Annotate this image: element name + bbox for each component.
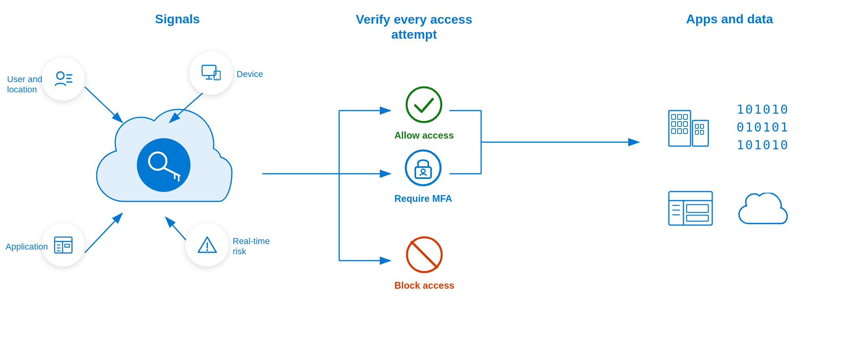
block-access-label: Block access	[394, 280, 454, 291]
signals-header: Signals	[99, 12, 256, 26]
svg-line-29	[412, 242, 437, 267]
svg-point-1	[57, 72, 64, 79]
svg-rect-33	[678, 115, 681, 119]
allow-access-icon	[404, 85, 444, 124]
svg-rect-41	[695, 124, 698, 128]
cloud-with-key	[77, 107, 254, 233]
svg-rect-38	[672, 129, 676, 133]
svg-rect-39	[678, 129, 681, 133]
risk-label: Real-timerisk	[233, 236, 270, 257]
svg-point-27	[421, 169, 425, 173]
svg-rect-18	[65, 244, 69, 247]
binary-data-icon: 101010010101101010	[736, 101, 789, 154]
building-icon	[667, 99, 714, 152]
svg-rect-45	[669, 192, 712, 225]
svg-point-24	[407, 87, 441, 122]
svg-rect-35	[672, 122, 676, 126]
diagram-container: Signals Verify every access attempt Apps…	[0, 0, 868, 355]
allow-access-item: Allow access	[394, 85, 454, 141]
device-label: Device	[237, 69, 263, 79]
device-icon	[189, 51, 233, 95]
dashboard-icon	[667, 190, 714, 231]
svg-point-10	[137, 138, 190, 192]
svg-rect-36	[678, 122, 681, 126]
allow-access-label: Allow access	[394, 130, 454, 141]
mfa-icon	[403, 148, 443, 188]
require-mfa-label: Require MFA	[394, 193, 452, 204]
svg-rect-34	[683, 115, 687, 119]
svg-rect-49	[687, 215, 708, 221]
svg-rect-44	[700, 130, 704, 134]
svg-rect-37	[683, 122, 687, 126]
apps-header: Apps and data	[651, 12, 808, 26]
svg-rect-48	[687, 205, 708, 212]
block-access-item: Block access	[394, 235, 454, 291]
application-label: Application	[6, 242, 48, 252]
require-mfa-item: Require MFA	[394, 148, 452, 204]
svg-rect-40	[683, 129, 687, 133]
user-location-icon	[41, 57, 85, 101]
verify-header: Verify every access attempt	[339, 12, 489, 42]
svg-rect-32	[672, 115, 676, 119]
svg-point-23	[206, 249, 208, 251]
risk-icon	[185, 223, 229, 267]
svg-rect-43	[695, 130, 698, 134]
cloud-apps-icon	[738, 193, 789, 234]
block-access-icon	[405, 235, 444, 274]
user-location-label: User andlocation	[7, 74, 42, 95]
svg-rect-42	[700, 124, 704, 128]
